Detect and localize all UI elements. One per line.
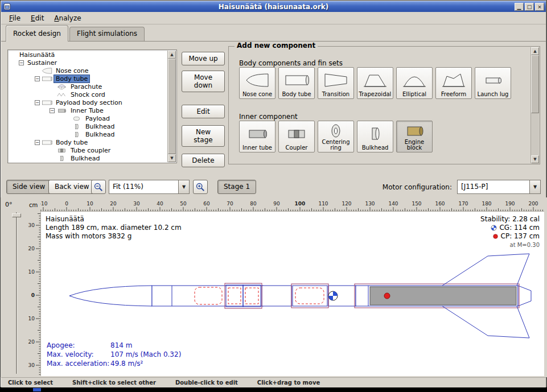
tab-rocket-design[interactable]: Rocket design	[6, 25, 68, 42]
palette-scrollbar[interactable]: ▲ ▼	[530, 47, 539, 163]
tree-item-parachute[interactable]: Parachute	[9, 82, 167, 90]
tab-flight-simulations[interactable]: Flight simulations	[69, 27, 145, 41]
unit-label: cm	[29, 202, 38, 208]
tree-item-label: Body tube	[54, 139, 89, 146]
svg-text:0: 0	[31, 292, 35, 298]
chevron-down-icon[interactable]: ▼	[178, 180, 189, 193]
rocket-canvas[interactable]: Haisunäätä Length 189 cm, max. diameter …	[40, 211, 544, 376]
add-elliptical-button[interactable]: Elliptical	[396, 67, 433, 99]
add-freeform-button[interactable]: Freeform	[435, 67, 472, 99]
tree-item-inner-tube[interactable]: −Inner Tube	[9, 106, 167, 114]
vertical-ruler: -30-20-100102030	[28, 211, 40, 376]
scrollbar-track[interactable]	[531, 55, 539, 155]
rocket-info: Haisunäätä Length 189 cm, max. diameter …	[46, 215, 182, 241]
rotation-label: 0°	[5, 201, 13, 208]
move-up-button[interactable]: Move up	[182, 52, 225, 65]
tree-item-payload-body-section[interactable]: −Payload body section	[9, 98, 167, 106]
zoom-out-icon	[93, 182, 104, 192]
scroll-down-button[interactable]: ▼	[168, 154, 176, 162]
close-button[interactable]: ×	[535, 3, 544, 11]
hint-text: Double-click to edit	[175, 379, 238, 386]
add-bulkhead-button[interactable]: Bulkhead	[357, 121, 393, 152]
scroll-down-button[interactable]: ▼	[531, 155, 539, 163]
svg-text:120: 120	[342, 201, 351, 207]
tree-item-shock-cord[interactable]: Shock cord	[9, 90, 167, 98]
tree-item-bulkhead[interactable]: Bulkhead	[9, 130, 167, 138]
tree-item-tube-coupler[interactable]: Tube coupler	[9, 146, 167, 154]
chevron-down-icon[interactable]: ▼	[529, 180, 540, 193]
svg-text:-20: -20	[28, 246, 35, 251]
add-transition-button[interactable]: Transition	[318, 67, 354, 99]
add-centering-ring-button[interactable]: Centering ring	[318, 121, 354, 152]
collapse-icon[interactable]: −	[35, 76, 40, 81]
tree-item-payload[interactable]: Payload	[9, 114, 167, 122]
rocket-mass: Mass with motors 3832 g	[46, 232, 182, 241]
add-nose-cone-button[interactable]: Nose cone	[239, 67, 275, 99]
scrollbar-thumb[interactable]	[168, 59, 176, 154]
maximize-button[interactable]: □	[525, 3, 534, 11]
collapse-icon[interactable]: −	[50, 108, 55, 113]
svg-text:-30: -30	[28, 222, 35, 228]
tree-item-haisun-t[interactable]: Haisunäätä	[9, 51, 167, 59]
side-view-button[interactable]: Side view	[6, 180, 51, 194]
zoom-in-button[interactable]	[193, 180, 208, 194]
tree-item-sustainer[interactable]: −Sustainer	[9, 59, 167, 67]
tree-item-label: Tube coupler	[69, 147, 112, 154]
minimize-button[interactable]: ▁	[515, 3, 524, 11]
collapse-icon[interactable]: −	[35, 100, 40, 105]
window-icon[interactable]	[3, 3, 11, 10]
menu-file[interactable]: File	[5, 13, 25, 23]
component-tree-panel: Haisunäätä−SustainerNose cone−Body tubeP…	[7, 49, 177, 163]
svg-text:110: 110	[318, 201, 328, 207]
nose_cone-icon	[42, 67, 52, 75]
stage-1-button[interactable]: Stage 1	[217, 180, 256, 194]
zoom-out-button[interactable]	[91, 180, 106, 194]
zoom-select[interactable]: Fit (11%) ▼	[109, 180, 190, 194]
svg-text:90: 90	[273, 201, 280, 207]
title-bar[interactable]: Haisunäätä (haisunaata.ork) ▁ □ ×	[1, 1, 546, 12]
rotation-slider[interactable]	[13, 212, 20, 374]
add-trapezoidal-button[interactable]: Trapezoidal	[357, 67, 393, 99]
tree-scrollbar[interactable]: ▲ ▼	[167, 51, 176, 162]
hint-bar: Click to selectShift+click to select oth…	[1, 377, 546, 387]
scroll-up-button[interactable]: ▲	[531, 47, 539, 55]
palette-row-body: Nose coneBody tubeTransitionTrapezoidalE…	[239, 67, 511, 99]
back-view-button[interactable]: Back view	[48, 180, 96, 194]
tree-item-nose-cone[interactable]: Nose cone	[9, 67, 167, 75]
svg-text:130: 130	[365, 201, 375, 207]
menu-analyze[interactable]: Analyze	[50, 13, 85, 23]
centering_ring-icon	[323, 122, 348, 139]
tree-item-bulkhead[interactable]: Bulkhead	[9, 154, 167, 162]
menu-edit[interactable]: Edit	[26, 13, 48, 23]
add-inner-tube-button[interactable]: Inner tube	[239, 121, 275, 152]
hint-text: Shift+click to select other	[72, 379, 156, 386]
collapse-icon[interactable]: −	[35, 140, 40, 145]
svg-text:20: 20	[28, 339, 35, 345]
svg-text:150: 150	[412, 201, 421, 207]
tree-item-label: Payload	[84, 115, 112, 122]
collapse-icon[interactable]: −	[19, 60, 24, 65]
svg-text:60: 60	[203, 201, 210, 207]
slider-handle[interactable]	[12, 213, 21, 217]
add-body-tube-button[interactable]: Body tube	[278, 67, 315, 99]
new-stage-button[interactable]: New stage	[182, 125, 225, 147]
delete-button[interactable]: Delete	[182, 154, 225, 167]
scrollbar-track[interactable]	[168, 59, 176, 154]
scrollbar-thumb[interactable]	[531, 55, 539, 113]
zoom-value: Fit (11%)	[109, 180, 178, 193]
add-engine-block-button[interactable]: Engine block	[396, 121, 433, 152]
tree-item-body-tube[interactable]: −Body tube	[9, 138, 167, 146]
velocity-label: Max. velocity:	[47, 350, 110, 359]
cp-marker	[384, 293, 390, 299]
component-tree: Haisunäätä−SustainerNose cone−Body tubeP…	[9, 51, 167, 162]
scroll-up-button[interactable]: ▲	[168, 51, 176, 59]
tree-item-bulkhead[interactable]: Bulkhead	[9, 122, 167, 130]
add-launch-lug-button[interactable]: Launch lug	[475, 67, 511, 99]
palette-row-inner: Inner tubeCouplerCentering ringBulkheadE…	[239, 121, 433, 152]
rocket-view-area: 0° cm -100102030405060708090100110120130…	[1, 197, 547, 377]
edit-button[interactable]: Edit	[182, 105, 225, 118]
motor-config-select[interactable]: [J115-P] ▼	[457, 180, 541, 194]
move-down-button[interactable]: Move down	[182, 71, 225, 92]
add-coupler-button[interactable]: Coupler	[278, 121, 315, 152]
tree-item-body-tube[interactable]: −Body tube	[9, 75, 167, 82]
